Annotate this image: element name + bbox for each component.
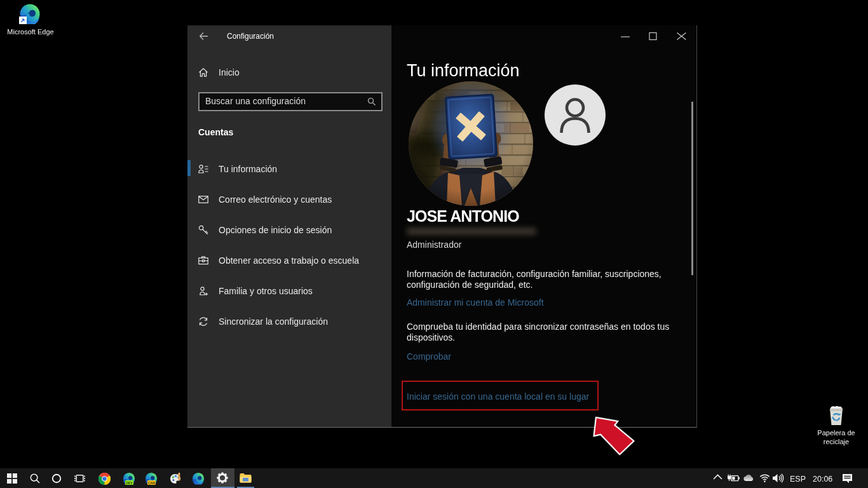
svg-text:CAN: CAN (147, 481, 154, 485)
svg-text:DEV: DEV (126, 481, 133, 485)
svg-text:20:06: 20:06 (813, 475, 832, 484)
svg-text:ESP: ESP (790, 475, 806, 484)
svg-text:Papelera de: Papelera de (817, 429, 855, 437)
svg-text:reciclaje: reciclaje (824, 438, 849, 445)
svg-text:Microsoft Edge: Microsoft Edge (7, 28, 53, 36)
